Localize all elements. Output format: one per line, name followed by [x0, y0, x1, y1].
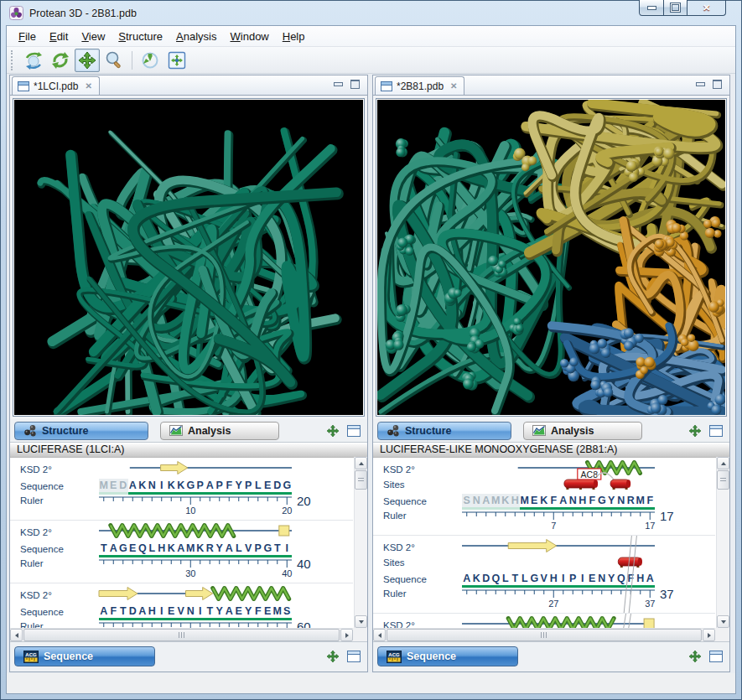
residue-letter[interactable]: N — [186, 604, 196, 620]
residue-letter[interactable]: M — [186, 542, 196, 557]
residue-letter[interactable]: N — [616, 494, 626, 510]
residue-letter[interactable]: T — [511, 572, 521, 588]
residue-letter[interactable]: Q — [616, 572, 626, 588]
residue-letter[interactable]: Q — [491, 572, 501, 588]
residue-letter[interactable]: M — [272, 604, 283, 620]
residue-letter[interactable]: P — [244, 479, 254, 495]
residue-letter[interactable]: I — [157, 604, 167, 620]
menu-view[interactable]: View — [75, 28, 112, 45]
scroll-up-button[interactable] — [355, 457, 367, 469]
residue-letter[interactable]: F — [109, 604, 119, 620]
residue-letter[interactable]: I — [578, 572, 588, 588]
expand-view-icon[interactable] — [326, 650, 340, 663]
residue-letter[interactable]: I — [195, 604, 205, 620]
residue-letter[interactable]: F — [549, 494, 559, 510]
residue-letter[interactable]: A — [225, 604, 235, 620]
residue-letter[interactable]: K — [539, 494, 549, 510]
expand-view-icon[interactable] — [326, 424, 340, 438]
residue-letter[interactable]: H — [511, 494, 521, 510]
residue-letter[interactable]: A — [205, 479, 215, 495]
minimize-view-icon[interactable] — [696, 82, 705, 86]
rotate-tool-button[interactable] — [21, 49, 46, 72]
residue-letters[interactable]: AKDQLTLGVHIPIENYQFHA — [462, 572, 655, 588]
residue-letter[interactable]: K — [138, 479, 148, 495]
menu-window[interactable]: Window — [224, 28, 276, 45]
window-close-button[interactable]: ✕ — [688, 0, 726, 16]
residue-letter[interactable]: H — [549, 572, 559, 588]
residue-letter[interactable]: Y — [607, 494, 617, 510]
vertical-scrollbar[interactable] — [716, 457, 729, 628]
analysis-tab[interactable]: Analysis — [160, 422, 279, 440]
residue-letter[interactable]: A — [646, 572, 656, 588]
toolbar-grip[interactable] — [11, 50, 17, 70]
residue-letter[interactable]: M — [636, 494, 646, 510]
expand-view-icon[interactable] — [688, 424, 702, 438]
residue-letter[interactable]: G — [263, 542, 273, 557]
residue-letter[interactable]: M — [520, 494, 530, 510]
residue-letter[interactable]: E — [128, 542, 138, 557]
horizontal-scrollbar[interactable] — [10, 628, 353, 641]
window-minimize-button[interactable] — [639, 0, 664, 16]
tab-1lci[interactable]: *1LCI.pdb ✕ — [12, 76, 100, 95]
restore-pane-icon[interactable] — [709, 425, 723, 437]
residue-letters[interactable]: MEDAKNIKKGPAPFYPLEDG — [99, 479, 292, 495]
residue-letter[interactable]: H — [578, 494, 588, 510]
title-bar[interactable]: Protean 3D - 2B81.pdb ✕ — [1, 1, 741, 25]
residue-letter[interactable]: L — [253, 479, 263, 495]
residue-letter[interactable]: H — [148, 604, 158, 620]
residue-letter[interactable]: A — [225, 542, 235, 557]
residue-letter[interactable]: D — [481, 572, 491, 588]
residue-letter[interactable]: F — [253, 604, 263, 620]
structure-tab[interactable]: Structure — [377, 422, 511, 440]
horizontal-scrollbar[interactable] — [373, 628, 715, 641]
residue-letter[interactable]: K — [176, 479, 186, 495]
feature-track[interactable]: AC8 — [462, 475, 655, 494]
residue-letter[interactable]: V — [539, 572, 549, 588]
analysis-tab[interactable]: Analysis — [523, 422, 642, 440]
residue-letter[interactable]: K — [472, 572, 482, 588]
residue-letter[interactable]: Q — [138, 542, 148, 557]
center-structure-button[interactable] — [164, 49, 189, 72]
residue-letter[interactable]: D — [128, 604, 138, 620]
residue-letter[interactable]: L — [148, 542, 158, 557]
residue-letter[interactable]: V — [244, 542, 254, 557]
feature-track[interactable] — [99, 523, 292, 542]
horizontal-scroll-thumb[interactable] — [23, 629, 340, 641]
residue-letter[interactable]: T — [205, 604, 215, 620]
residue-letters[interactable]: AFTDAHIEVNITYAEYFEMS — [99, 604, 292, 620]
residue-letter[interactable]: K — [501, 494, 511, 510]
tab-2b81[interactable]: *2B81.pdb ✕ — [375, 76, 464, 95]
residue-letter[interactable]: P — [215, 479, 225, 495]
residue-letters[interactable]: SNAMKHMEKFANHFGYNRMF — [462, 494, 655, 510]
feature-track[interactable] — [99, 460, 292, 479]
residue-letter[interactable]: H — [157, 542, 167, 557]
residue-letter[interactable]: A — [128, 479, 138, 495]
residue-letter[interactable]: F — [225, 479, 235, 495]
residue-letter[interactable]: A — [176, 542, 186, 557]
residue-letter[interactable]: E — [263, 479, 273, 495]
residue-letter[interactable]: R — [626, 494, 636, 510]
window-maximize-button[interactable] — [664, 0, 688, 16]
residue-letter[interactable]: S — [283, 604, 293, 620]
residue-letter[interactable]: I — [283, 542, 293, 557]
menu-structure[interactable]: Structure — [112, 28, 169, 45]
zoom-tool-button[interactable] — [101, 49, 127, 72]
residue-letter[interactable]: L — [234, 542, 244, 557]
residue-letter[interactable]: T — [272, 542, 283, 557]
residue-letter[interactable]: K — [167, 479, 177, 495]
translate-tool-button[interactable] — [75, 49, 100, 72]
residue-letter[interactable]: A — [481, 494, 491, 510]
restore-pane-icon[interactable] — [347, 651, 361, 662]
structure-tab[interactable]: Structure — [14, 422, 148, 440]
residue-letter[interactable]: I — [157, 479, 167, 495]
residue-letter[interactable]: K — [167, 542, 177, 557]
residue-letter[interactable]: K — [195, 542, 205, 557]
residue-letter[interactable]: D — [118, 479, 128, 495]
residue-letters[interactable]: TAGEQLHKAMKRYALVPGTI — [99, 542, 292, 557]
scroll-down-button[interactable] — [355, 615, 367, 628]
menu-edit[interactable]: Edit — [43, 28, 75, 45]
residue-letter[interactable]: P — [253, 542, 263, 557]
vertical-scrollbar[interactable] — [354, 457, 367, 628]
residue-letter[interactable]: L — [501, 572, 511, 588]
residue-letter[interactable]: P — [195, 479, 205, 495]
